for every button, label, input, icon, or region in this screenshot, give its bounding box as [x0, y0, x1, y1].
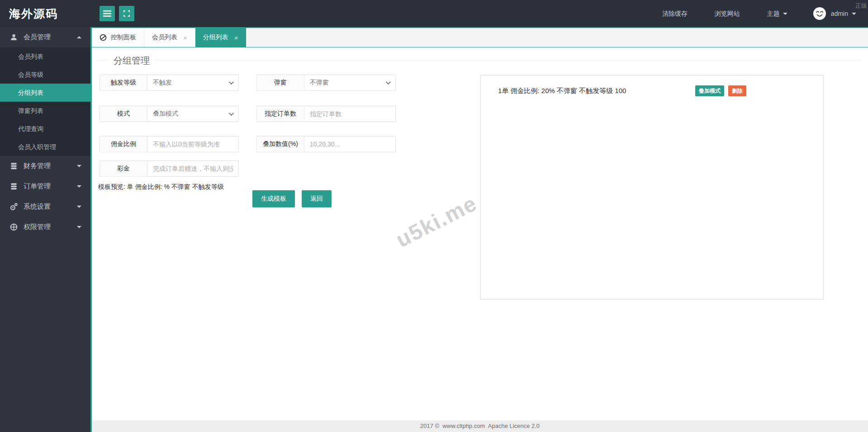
clear-cache-link[interactable]: 清除缓存 [649, 0, 701, 27]
stack-values-field-wrap [304, 136, 396, 152]
sidebar-item-permission-management[interactable]: 权限管理 [0, 217, 90, 237]
sidebar-item-group-list[interactable]: 分组列表 [0, 84, 90, 102]
field-commission-rate: 佣金比例 [100, 136, 239, 152]
field-label: 模式 [100, 106, 147, 122]
dashboard-icon [100, 34, 107, 41]
field-label: 弹窗 [256, 75, 304, 91]
field-label: 彩金 [100, 160, 147, 177]
field-label: 叠加数值(%) [256, 136, 304, 152]
chevron-down-icon [229, 111, 234, 116]
sidebar-item-member-list[interactable]: 会员列表 [0, 47, 90, 66]
sidebar-item-member-management[interactable]: 会员管理 [0, 27, 90, 47]
footer: 2017 © www.cltphp.com Apache Licence 2.0 [92, 420, 868, 432]
cog-icon [10, 203, 18, 211]
watermark: u5ki.me [392, 191, 481, 253]
delete-button[interactable]: 删除 [728, 85, 746, 96]
header-right: 清除缓存 浏览网站 主题 admin [649, 0, 856, 27]
fullscreen-button[interactable] [119, 6, 134, 21]
bonus-input[interactable] [153, 165, 233, 172]
field-bonus: 彩金 [100, 160, 239, 177]
field-trigger-level: 触发等级 不触发 [100, 75, 239, 91]
tab-bar: 控制面板 会员列表 分组列表 [92, 27, 868, 47]
avatar[interactable] [813, 7, 826, 20]
sidebar: 海外源码 会员管理 会员列表 会员等级 分组列表 弹窗列表 代理查询 会员入职管… [0, 0, 90, 432]
sidebar-item-agent-query[interactable]: 代理查询 [0, 120, 90, 138]
tab-dashboard[interactable]: 控制面板 [92, 28, 144, 47]
field-order-count: 指定订单数 [256, 106, 396, 122]
member-submenu: 会员列表 会员等级 分组列表 弹窗列表 代理查询 会员入职管理 [0, 47, 90, 156]
tab-group-list[interactable]: 分组列表 [195, 28, 247, 47]
accent-divider [90, 27, 92, 432]
bonus-field-wrap [147, 160, 239, 177]
template-list-panel: 1单 佣金比例: 20% 不弹窗 不触发等级 100 叠加模式 删除 [480, 75, 824, 300]
form-actions: 生成模板 返回 [252, 190, 332, 207]
close-icon[interactable] [183, 34, 187, 41]
user-name: admin [831, 10, 848, 17]
template-item: 1单 佣金比例: 20% 不弹窗 不触发等级 100 叠加模式 删除 [498, 85, 746, 96]
trigger-level-select[interactable]: 不触发 [147, 75, 239, 91]
sidebar-item-member-level[interactable]: 会员等级 [0, 66, 90, 84]
stack-values-input[interactable] [310, 141, 390, 148]
template-preview-text: 模板预览: 单 佣金比例: % 不弹窗 不触发等级 [98, 183, 224, 191]
header-toolbar [100, 6, 134, 21]
close-icon[interactable] [234, 34, 238, 41]
sidebar-collapse-button[interactable] [100, 6, 115, 21]
chevron-down-icon [77, 165, 81, 167]
stack-mode-button[interactable]: 叠加模式 [695, 85, 724, 96]
field-stack-values: 叠加数值(%) [256, 136, 396, 152]
fullscreen-icon [123, 10, 130, 17]
sidebar-item-member-onboarding[interactable]: 会员入职管理 [0, 138, 90, 156]
tab-member-list[interactable]: 会员列表 [144, 28, 195, 47]
field-label: 触发等级 [100, 75, 147, 91]
commission-rate-input[interactable] [153, 141, 233, 148]
globe-icon [10, 223, 18, 231]
chevron-down-icon [77, 226, 81, 228]
popup-select[interactable]: 不弹窗 [304, 75, 396, 91]
chevron-down-icon [783, 13, 787, 15]
sidebar-item-finance-management[interactable]: 财务管理 [0, 156, 90, 176]
order-count-field-wrap [304, 106, 396, 122]
theme-menu[interactable]: 主题 [754, 0, 801, 27]
sidebar-item-system-settings[interactable]: 系统设置 [0, 197, 90, 217]
field-popup: 弹窗 不弹窗 [256, 75, 396, 91]
database-icon [10, 162, 18, 170]
mode-select[interactable]: 叠加模式 [147, 106, 239, 122]
app-logo: 海外源码 [0, 0, 90, 27]
user-icon [10, 33, 18, 41]
chevron-down-icon [852, 13, 856, 15]
commission-rate-field-wrap [147, 136, 239, 152]
page-title-block: 分组管理 [92, 53, 868, 68]
database-icon [10, 183, 18, 190]
page-title: 分组管理 [108, 53, 155, 68]
template-item-text: 1单 佣金比例: 20% 不弹窗 不触发等级 100 [498, 87, 695, 95]
main-content: 分组管理 触发等级 不触发 弹窗 不弹窗 模式 叠加模式 指定订单数 佣金比例 [92, 47, 868, 420]
chevron-down-icon [386, 80, 391, 85]
field-label: 佣金比例 [100, 136, 147, 152]
title-divider [97, 61, 861, 61]
chevron-down-icon [229, 80, 234, 85]
field-label: 指定订单数 [256, 106, 304, 122]
field-mode: 模式 叠加模式 [100, 106, 239, 122]
view-site-link[interactable]: 浏览网站 [701, 0, 754, 27]
generate-template-button[interactable]: 生成模板 [252, 190, 295, 207]
sidebar-item-popup-list[interactable]: 弹窗列表 [0, 102, 90, 120]
hamburger-icon [103, 10, 111, 17]
chevron-down-icon [77, 185, 81, 188]
sidebar-item-order-management[interactable]: 订单管理 [0, 176, 90, 197]
chevron-up-icon [77, 36, 81, 38]
user-menu[interactable]: admin [831, 10, 856, 17]
top-header: 正版 清除缓存 浏览网站 主题 [0, 0, 868, 27]
license-note: 正版 [855, 2, 867, 10]
order-count-input[interactable] [310, 110, 390, 117]
back-button[interactable]: 返回 [302, 190, 332, 207]
chevron-down-icon [77, 206, 81, 208]
